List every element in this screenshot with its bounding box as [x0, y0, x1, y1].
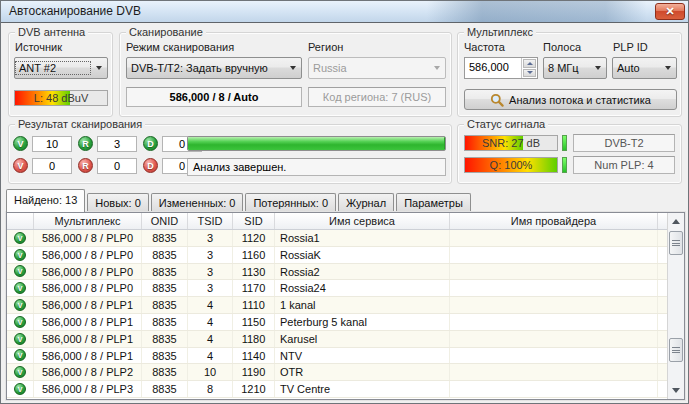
table-row[interactable]: V 586,000 / 8 / PLP1 8835 4 1110 1 kanal: [7, 297, 684, 314]
radio-found-icon: R: [78, 136, 93, 151]
column-header-provider-name[interactable]: Имя провайдера: [450, 213, 658, 229]
scan-mode-label: Режим сканирования: [126, 41, 234, 53]
column-header-icon[interactable]: [7, 213, 34, 229]
frequency-label: Частота: [464, 41, 505, 53]
service-ok-icon: V: [14, 316, 26, 328]
column-header-onid[interactable]: ONID: [142, 213, 188, 229]
cell-sid: 1170: [233, 280, 275, 296]
spin-up-button[interactable]: [523, 59, 536, 68]
data-found-icon: D: [143, 136, 158, 151]
cell-tsid: 4: [188, 331, 233, 347]
column-header-multiplex[interactable]: Мультиплекс: [34, 213, 142, 229]
scrollbar-thumb[interactable]: [669, 231, 683, 255]
spinner-buttons: [521, 58, 537, 78]
radio-found-count: 3: [97, 136, 137, 152]
cell-onid: 8835: [142, 348, 188, 364]
group-dvb-antenna: DVB антенна Источник ANT #2 L: 48 dBuV: [8, 32, 113, 117]
title-bar[interactable]: Автосканирование DVB ✕: [1, 1, 688, 23]
group-scan-result: Результат сканирования V 10 R 3 D 0 V 0 …: [8, 124, 452, 184]
cell-provider-name: [450, 247, 658, 263]
group-signal-status: Статус сигнала SNR: 27 dB DVB-T2 Q: 100%…: [457, 124, 682, 184]
cell-service-name: RossiaK: [275, 247, 450, 263]
table-row[interactable]: V 586,000 / 8 / PLP0 8835 3 1160 RossiaK: [7, 247, 684, 264]
column-header-sid[interactable]: SID: [233, 213, 275, 229]
cell-tsid: 4: [188, 314, 233, 330]
table-row[interactable]: V 586,000 / 8 / PLP0 8835 3 1130 Rossia2: [7, 264, 684, 281]
tab-2[interactable]: Измененных: 0: [151, 193, 244, 212]
table-row[interactable]: V 586,000 / 8 / PLP2 8835 10 1190 OTR: [7, 364, 684, 381]
cell-provider-name: [450, 364, 658, 380]
plp-id-label: PLP ID: [613, 41, 648, 53]
magnifier-icon: [490, 93, 504, 107]
group-scanning: Сканирование Режим сканирования DVB-T/T2…: [119, 32, 452, 117]
scan-mode-value: DVB-T/T2: Задать вручную: [127, 61, 285, 75]
cell-provider-name: [450, 297, 658, 313]
tab-4[interactable]: Журнал: [338, 193, 394, 212]
cell-onid: 8835: [142, 314, 188, 330]
scroll-down-button[interactable]: [669, 383, 683, 398]
table-row[interactable]: V 586,000 / 8 / PLP3 8835 8 1210 TV Cent…: [7, 381, 684, 398]
region-label: Регион: [308, 41, 343, 53]
tab-5[interactable]: Параметры: [396, 193, 471, 212]
cell-onid: 8835: [142, 230, 188, 246]
close-button[interactable]: ✕: [655, 3, 685, 20]
group-multiplex: Мультиплекс Частота Полоса PLP ID 586,00…: [457, 32, 682, 117]
table-row[interactable]: V 586,000 / 8 / PLP1 8835 4 1140 NTV: [7, 348, 684, 365]
table-row[interactable]: V 586,000 / 8 / PLP0 8835 3 1120 Rossia1: [7, 230, 684, 247]
region-code-field: Код региона: 7 (RUS): [308, 87, 446, 107]
snr-lock-indicator: [562, 135, 567, 151]
cell-sid: 1190: [233, 364, 275, 380]
table-header: Мультиплекс ONID TSID SID Имя сервиса Им…: [7, 213, 684, 230]
analyze-stream-button[interactable]: Анализ потока и статистика: [464, 89, 677, 110]
table-row[interactable]: V 586,000 / 8 / PLP0 8835 3 1170 Rossia2…: [7, 280, 684, 297]
chevron-down-icon: [429, 58, 445, 78]
cell-provider-name: [450, 230, 658, 246]
window-title: Автосканирование DVB: [9, 4, 141, 18]
cell-multiplex: 586,000 / 8 / PLP0: [34, 264, 142, 280]
table-row[interactable]: V 586,000 / 8 / PLP1 8835 4 1150 Peterbu…: [7, 314, 684, 331]
scan-mode-combo[interactable]: DVB-T/T2: Задать вручную: [126, 57, 302, 79]
dialog-body: DVB антенна Источник ANT #2 L: 48 dBuV С…: [1, 24, 688, 403]
scroll-up-button[interactable]: [669, 214, 683, 229]
cell-multiplex: 586,000 / 8 / PLP0: [34, 230, 142, 246]
column-header-service-name[interactable]: Имя сервиса: [275, 213, 450, 229]
frequency-value: 586,000: [465, 58, 521, 78]
service-ok-icon: V: [14, 232, 26, 244]
cell-sid: 1140: [233, 348, 275, 364]
tab-0[interactable]: Найдено: 13: [6, 189, 85, 212]
video-lost-icon: V: [13, 158, 28, 173]
chevron-down-icon: [590, 58, 606, 78]
window: Автосканирование DVB ✕ DVB антенна Источ…: [0, 0, 689, 404]
service-ok-icon: V: [14, 265, 26, 277]
cell-tsid: 3: [188, 230, 233, 246]
signal-level-meter: L: 48 dBuV: [14, 90, 108, 106]
table-row[interactable]: V 586,000 / 8 / PLP1 8835 4 1180 Karusel: [7, 331, 684, 348]
region-combo: Russia: [308, 57, 446, 79]
cell-onid: 8835: [142, 297, 188, 313]
bandwidth-value: 8 МГц: [544, 61, 590, 75]
vertical-scrollbar[interactable]: [667, 213, 684, 399]
service-ok-icon: V: [14, 249, 26, 261]
cell-service-name: Peterburg 5 kanal: [275, 314, 450, 330]
source-combo[interactable]: ANT #2: [14, 57, 108, 79]
scrollbar-grip[interactable]: [669, 338, 683, 362]
tab-1[interactable]: Новых: 0: [87, 193, 149, 212]
data-lost-icon: D: [143, 158, 158, 173]
cell-onid: 8835: [142, 247, 188, 263]
radio-lost-icon: R: [78, 158, 93, 173]
cell-multiplex: 586,000 / 8 / PLP2: [34, 364, 142, 380]
scan-progress-bar: [187, 136, 446, 151]
plp-id-combo[interactable]: Auto: [612, 57, 677, 79]
tab-3[interactable]: Потерянных: 0: [245, 193, 336, 212]
service-ok-icon: V: [14, 299, 26, 311]
frequency-spinner[interactable]: 586,000: [464, 57, 538, 79]
spin-down-button[interactable]: [523, 69, 536, 78]
cell-tsid: 4: [188, 297, 233, 313]
group-multiplex-title: Мультиплекс: [464, 26, 536, 38]
bandwidth-combo[interactable]: 8 МГц: [543, 57, 607, 79]
table-body: V 586,000 / 8 / PLP0 8835 3 1120 Rossia1…: [7, 230, 684, 398]
column-header-tsid[interactable]: TSID: [188, 213, 233, 229]
chevron-down-icon: [91, 58, 107, 78]
cell-service-name: OTR: [275, 364, 450, 380]
num-plp-field: Num PLP: 4: [573, 156, 675, 174]
